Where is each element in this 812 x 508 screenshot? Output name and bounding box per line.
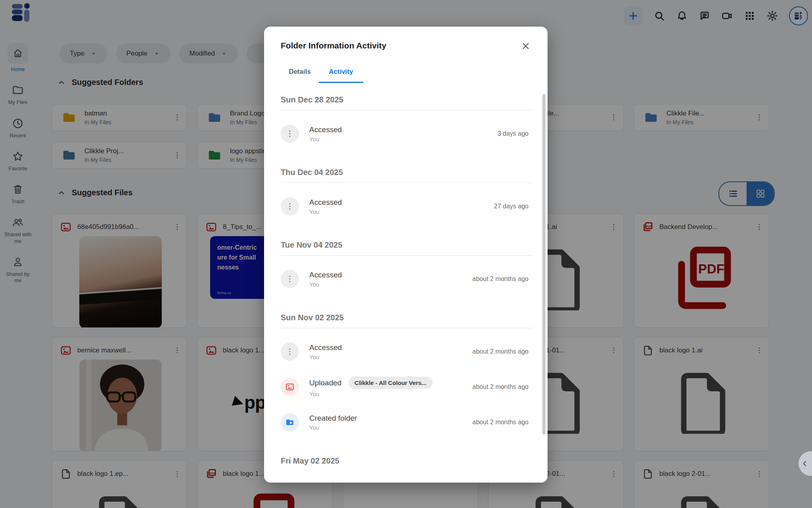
activity-actor: You bbox=[309, 424, 357, 431]
activity-list: Sun Dec 28 2025 AccessedYou 3 days ago T… bbox=[264, 83, 548, 465]
activity-action: Accessed bbox=[309, 343, 342, 352]
app-window: Home My Files Recent Favorite Trash Shar… bbox=[0, 0, 812, 508]
file-chip[interactable]: Clikkle - All Colour Vers... bbox=[349, 377, 432, 389]
folder-plus-icon bbox=[285, 418, 295, 427]
activity-entry: UploadedClikkle - All Colour Vers... You… bbox=[281, 377, 532, 397]
kebab-icon bbox=[285, 275, 294, 283]
divider bbox=[281, 110, 532, 110]
activity-avatar bbox=[281, 270, 299, 288]
tab-details[interactable]: Details bbox=[281, 68, 319, 83]
activity-actor: You bbox=[309, 136, 342, 142]
activity-time: about 2 months ago bbox=[473, 348, 532, 355]
activity-time: about 2 months ago bbox=[473, 419, 532, 426]
activity-actor: You bbox=[309, 281, 342, 288]
activity-actor: You bbox=[309, 354, 342, 360]
folder-info-modal: Folder Information Activity Details Acti… bbox=[264, 27, 548, 483]
activity-time: about 2 months ago bbox=[473, 383, 532, 391]
activity-date-header: Sun Nov 02 2025 bbox=[281, 312, 532, 323]
activity-entry: AccessedYou 27 days ago bbox=[281, 197, 532, 216]
activity-date-header: Fri May 02 2025 bbox=[281, 455, 532, 465]
activity-avatar bbox=[281, 343, 299, 361]
activity-action: Accessed bbox=[309, 198, 342, 207]
divider bbox=[281, 255, 532, 256]
activity-time: 3 days ago bbox=[498, 130, 532, 137]
activity-action: Accessed bbox=[309, 125, 342, 134]
activity-avatar bbox=[281, 413, 299, 431]
activity-date-header: Thu Dec 04 2025 bbox=[281, 167, 532, 178]
activity-action: Accessed bbox=[309, 271, 342, 279]
image-icon bbox=[285, 382, 295, 392]
activity-time: 27 days ago bbox=[494, 203, 532, 210]
kebab-icon bbox=[285, 347, 294, 356]
activity-avatar bbox=[281, 125, 299, 143]
modal-title: Folder Information Activity bbox=[281, 41, 531, 50]
activity-entry: AccessedYou 3 days ago bbox=[281, 125, 532, 143]
activity-actor: You bbox=[309, 391, 433, 397]
activity-time: about 2 months ago bbox=[473, 275, 532, 283]
activity-avatar bbox=[281, 378, 299, 396]
modal-tabs: Details Activity bbox=[281, 68, 548, 83]
activity-entry: AccessedYou about 2 months ago bbox=[281, 343, 532, 361]
activity-action: Uploaded bbox=[309, 379, 341, 387]
close-icon[interactable] bbox=[521, 41, 531, 51]
activity-actor: You bbox=[309, 208, 342, 215]
chevron-left-icon bbox=[801, 460, 809, 468]
activity-entry: AccessedYou about 2 months ago bbox=[281, 270, 532, 288]
divider bbox=[281, 183, 532, 183]
activity-avatar bbox=[281, 197, 299, 216]
kebab-icon bbox=[285, 202, 294, 211]
modal-scrollbar[interactable] bbox=[542, 94, 546, 435]
activity-date-header: Sun Dec 28 2025 bbox=[281, 94, 532, 105]
tab-activity[interactable]: Activity bbox=[319, 68, 363, 83]
divider bbox=[281, 328, 532, 328]
kebab-icon bbox=[285, 129, 294, 138]
activity-date-header: Tue Nov 04 2025 bbox=[281, 239, 532, 250]
activity-entry: Created folderYou about 2 months ago bbox=[281, 413, 532, 431]
activity-action: Created folder bbox=[309, 414, 357, 423]
